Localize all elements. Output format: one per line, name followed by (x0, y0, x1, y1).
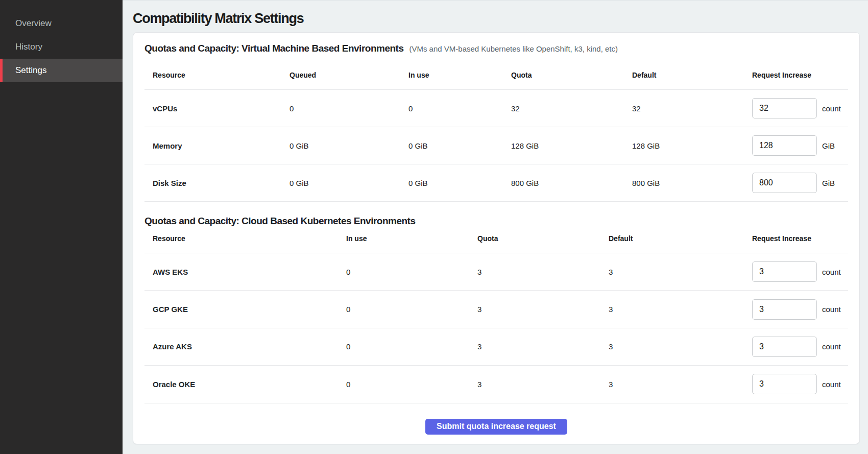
sidebar-item-overview[interactable]: Overview (0, 12, 123, 35)
cell-value: 0 (338, 380, 469, 389)
request-increase-input-aws-eks[interactable] (752, 261, 817, 282)
request-increase-input-vcpus[interactable] (752, 98, 817, 118)
column-header-quota: Quota (469, 231, 600, 244)
resource-name: Azure AKS (144, 342, 338, 351)
sidebar-item-label: Overview (15, 18, 52, 29)
column-header-resource: Resource (144, 67, 281, 80)
cell-value: 32 (503, 104, 624, 113)
request-increase-cell: GiB (744, 135, 848, 156)
section-heading-text: Quotas and Capacity: Virtual Machine Bas… (144, 43, 403, 54)
sidebar-item-label: Settings (15, 65, 46, 76)
table-row-vcpus: vCPUs003232count (144, 90, 848, 127)
cell-value: 0 (338, 268, 469, 276)
page-title: Compatibility Matrix Settings (133, 11, 860, 26)
quota-table-vm: ResourceQueuedIn useQuotaDefaultRequest … (144, 67, 848, 202)
table-row-aws-eks: AWS EKS033count (144, 253, 848, 291)
request-increase-input-oracle-oke[interactable] (752, 374, 817, 394)
section-heading-text: Quotas and Capacity: Cloud Based Kuberne… (144, 216, 416, 226)
cell-value: 3 (469, 305, 600, 314)
table-row-memory: Memory0 GiB0 GiB128 GiB128 GiBGiB (144, 127, 848, 164)
quota-section-cloud: Quotas and Capacity: Cloud Based Kuberne… (144, 216, 848, 403)
column-header-quota: Quota (503, 67, 624, 80)
sidebar-item-history[interactable]: History (0, 35, 123, 59)
cell-value: 32 (624, 104, 744, 113)
cell-value: 0 (338, 342, 469, 351)
quota-section-vm: Quotas and Capacity: Virtual Machine Bas… (144, 43, 848, 202)
cell-value: 3 (469, 268, 600, 276)
table-row-gcp-gke: GCP GKE033count (144, 291, 848, 328)
request-increase-cell: count (744, 374, 848, 394)
cell-value: 0 GiB (400, 179, 503, 187)
request-increase-cell: count (744, 337, 848, 357)
column-header-default: Default (624, 67, 744, 80)
request-increase-input-memory[interactable] (752, 135, 817, 156)
column-header-queued: Queued (281, 67, 400, 80)
sidebar-item-settings[interactable]: Settings (0, 59, 123, 82)
submit-button-row: Submit quota increase request (144, 419, 848, 435)
request-increase-cell: count (744, 299, 848, 320)
resource-name: Memory (144, 141, 281, 150)
cell-value: 3 (469, 342, 600, 351)
unit-label: count (822, 342, 841, 351)
cell-value: 3 (600, 268, 744, 276)
cell-value: 0 (281, 104, 400, 113)
cell-value: 0 GiB (281, 141, 400, 150)
column-header-default: Default (600, 231, 744, 244)
cell-value: 128 GiB (503, 141, 624, 150)
unit-label: count (822, 268, 841, 276)
request-increase-input-disk-size[interactable] (752, 173, 817, 193)
cell-value: 3 (469, 380, 600, 389)
resource-name: GCP GKE (144, 305, 338, 314)
cell-value: 800 GiB (624, 179, 744, 187)
column-header-request-increase: Request Increase (744, 231, 848, 244)
unit-label: count (822, 380, 841, 389)
sidebar: OverviewHistorySettings (0, 0, 123, 454)
table-row-disk-size: Disk Size0 GiB0 GiB800 GiB800 GiBGiB (144, 164, 848, 202)
table-header-row: ResourceQueuedIn useQuotaDefaultRequest … (144, 67, 848, 90)
quota-table-cloud: ResourceIn useQuotaDefaultRequest Increa… (144, 231, 848, 403)
unit-label: GiB (822, 179, 835, 187)
unit-label: count (822, 305, 841, 314)
section-subheading: (VMs and VM-based Kubernetes like OpenSh… (409, 44, 618, 53)
cell-value: 128 GiB (624, 141, 744, 150)
column-header-resource: Resource (144, 231, 338, 244)
cell-value: 3 (600, 305, 744, 314)
main-content: Compatibility Matrix Settings Quotas and… (123, 0, 868, 454)
cell-value: 800 GiB (503, 179, 624, 187)
table-row-azure-aks: Azure AKS033count (144, 328, 848, 366)
submit-quota-increase-button[interactable]: Submit quota increase request (425, 419, 567, 435)
cell-value: 0 GiB (281, 179, 400, 187)
table-header-row: ResourceIn useQuotaDefaultRequest Increa… (144, 231, 848, 253)
request-increase-cell: count (744, 261, 848, 282)
unit-label: count (822, 104, 841, 113)
settings-card: Quotas and Capacity: Virtual Machine Bas… (133, 32, 860, 444)
request-increase-input-gcp-gke[interactable] (752, 299, 817, 320)
column-header-request-increase: Request Increase (744, 67, 848, 80)
cell-value: 0 (338, 305, 469, 314)
resource-name: Disk Size (144, 179, 281, 187)
cell-value: 3 (600, 380, 744, 389)
table-row-oracle-oke: Oracle OKE033count (144, 366, 848, 403)
cell-value: 3 (600, 342, 744, 351)
unit-label: GiB (822, 141, 835, 150)
resource-name: vCPUs (144, 104, 281, 113)
column-header-in-use: In use (400, 67, 503, 80)
section-heading: Quotas and Capacity: Cloud Based Kuberne… (144, 216, 848, 226)
section-heading: Quotas and Capacity: Virtual Machine Bas… (144, 43, 848, 54)
request-increase-input-azure-aks[interactable] (752, 337, 817, 357)
resource-name: Oracle OKE (144, 380, 338, 389)
resource-name: AWS EKS (144, 268, 338, 276)
column-header-in-use: In use (338, 231, 469, 244)
cell-value: 0 GiB (400, 141, 503, 150)
request-increase-cell: count (744, 98, 848, 118)
request-increase-cell: GiB (744, 173, 848, 193)
sidebar-item-label: History (15, 42, 42, 52)
cell-value: 0 (400, 104, 503, 113)
